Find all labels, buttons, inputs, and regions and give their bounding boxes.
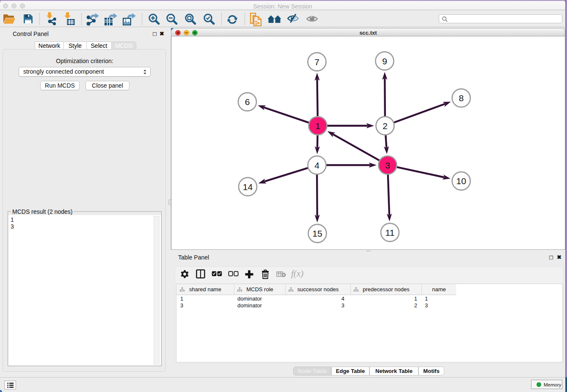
svg-text:7: 7 bbox=[314, 57, 319, 67]
svg-text:1: 1 bbox=[315, 121, 320, 131]
svg-text:15: 15 bbox=[312, 229, 322, 238]
svg-text:14: 14 bbox=[243, 182, 253, 192]
svg-text:4: 4 bbox=[314, 160, 319, 170]
svg-text:10: 10 bbox=[456, 176, 466, 186]
svg-text:11: 11 bbox=[385, 228, 395, 237]
svg-text:8: 8 bbox=[459, 93, 464, 103]
svg-text:2: 2 bbox=[383, 121, 388, 131]
svg-text:6: 6 bbox=[245, 97, 250, 107]
svg-text:9: 9 bbox=[382, 56, 387, 66]
svg-text:3: 3 bbox=[385, 160, 390, 170]
